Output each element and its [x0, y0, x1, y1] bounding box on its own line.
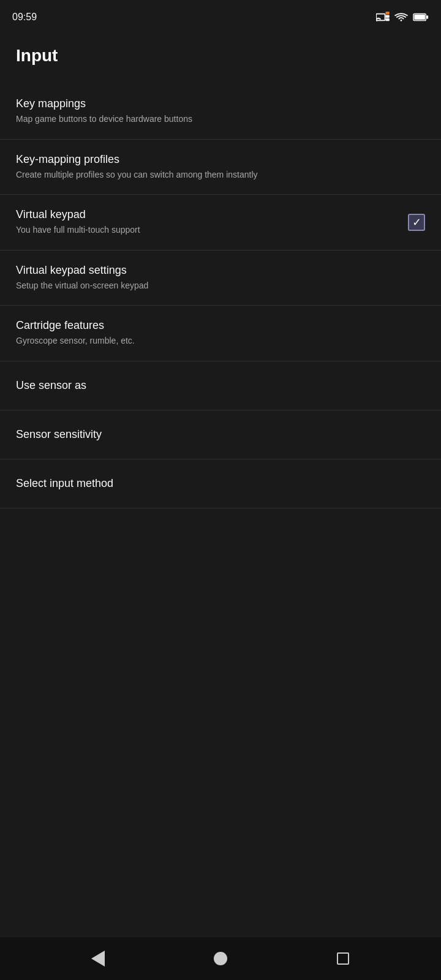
cast-icon — [376, 12, 390, 23]
settings-item-key-mappings[interactable]: Key mappings Map game buttons to device … — [0, 84, 441, 140]
nav-back-icon — [91, 951, 105, 967]
key-mapping-profiles-subtitle: Create multiple profiles so you can swit… — [16, 169, 425, 181]
cartridge-features-subtitle: Gyroscope sensor, rumble, etc. — [16, 335, 425, 347]
key-mappings-subtitle: Map game buttons to device hardware butt… — [16, 113, 425, 126]
settings-item-virtual-keypad-settings-content: Virtual keypad settings Setup the virtua… — [16, 264, 425, 292]
spacer — [0, 508, 441, 937]
settings-item-key-mappings-content: Key mappings Map game buttons to device … — [16, 97, 425, 126]
settings-item-use-sensor-as-content: Use sensor as — [16, 379, 425, 392]
status-icons — [376, 12, 429, 23]
settings-item-sensor-sensitivity-content: Sensor sensitivity — [16, 428, 425, 441]
wifi-icon — [394, 12, 408, 23]
status-bar: 09:59 — [0, 0, 441, 34]
settings-list: Key mappings Map game buttons to device … — [0, 84, 441, 937]
svg-rect-3 — [386, 18, 390, 21]
svg-rect-6 — [414, 14, 425, 19]
svg-rect-2 — [386, 15, 390, 18]
settings-item-virtual-keypad-content: Virtual keypad You have full multi-touch… — [16, 208, 398, 236]
nav-bar — [0, 937, 441, 980]
key-mapping-profiles-title: Key-mapping profiles — [16, 153, 425, 166]
virtual-keypad-checkbox[interactable]: ✓ — [408, 214, 425, 231]
virtual-keypad-subtitle: You have full multi-touch support — [16, 224, 398, 236]
nav-recents-icon — [337, 952, 349, 965]
select-input-method-title: Select input method — [16, 477, 425, 490]
svg-rect-5 — [426, 15, 428, 19]
settings-item-cartridge-features-content: Cartridge features Gyroscope sensor, rum… — [16, 319, 425, 347]
settings-item-select-input-method[interactable]: Select input method — [0, 459, 441, 508]
nav-recents-button[interactable] — [331, 946, 355, 971]
svg-rect-1 — [386, 12, 390, 15]
nav-home-button[interactable] — [208, 946, 233, 971]
virtual-keypad-settings-subtitle: Setup the virtual on-screen keypad — [16, 280, 425, 292]
nav-back-button[interactable] — [86, 946, 110, 971]
settings-item-sensor-sensitivity[interactable]: Sensor sensitivity — [0, 410, 441, 459]
settings-item-select-input-method-content: Select input method — [16, 477, 425, 490]
key-mappings-title: Key mappings — [16, 97, 425, 110]
svg-rect-0 — [376, 13, 385, 20]
checkbox-check-icon: ✓ — [412, 217, 421, 228]
use-sensor-as-title: Use sensor as — [16, 379, 425, 392]
settings-item-virtual-keypad-settings[interactable]: Virtual keypad settings Setup the virtua… — [0, 251, 441, 306]
settings-item-virtual-keypad[interactable]: Virtual keypad You have full multi-touch… — [0, 195, 441, 251]
settings-item-cartridge-features[interactable]: Cartridge features Gyroscope sensor, rum… — [0, 306, 441, 361]
virtual-keypad-settings-title: Virtual keypad settings — [16, 264, 425, 277]
cartridge-features-title: Cartridge features — [16, 319, 425, 332]
sensor-sensitivity-title: Sensor sensitivity — [16, 428, 425, 441]
virtual-keypad-title: Virtual keypad — [16, 208, 398, 221]
settings-item-use-sensor-as[interactable]: Use sensor as — [0, 361, 441, 410]
settings-item-key-mapping-profiles[interactable]: Key-mapping profiles Create multiple pro… — [0, 140, 441, 195]
nav-home-icon — [214, 952, 227, 965]
page-title: Input — [0, 34, 441, 84]
battery-icon — [413, 12, 429, 22]
settings-item-key-mapping-profiles-content: Key-mapping profiles Create multiple pro… — [16, 153, 425, 181]
status-time: 09:59 — [12, 12, 37, 23]
